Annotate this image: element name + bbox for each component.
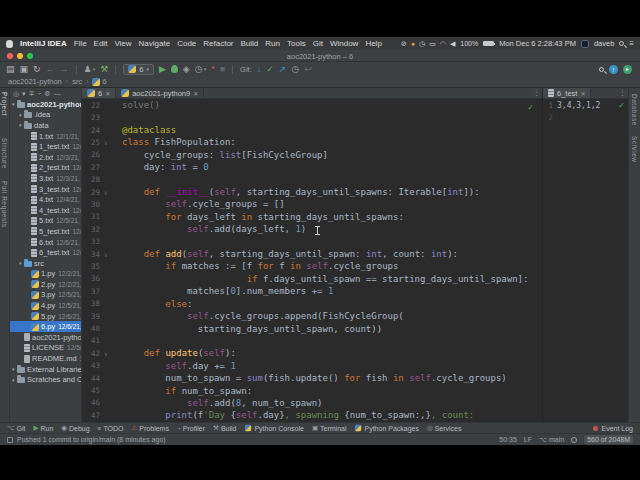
- menu-intellij-idea[interactable]: IntelliJ IDEA: [20, 39, 67, 48]
- git-push-icon[interactable]: ↗: [279, 64, 287, 74]
- menu-help[interactable]: Help: [365, 39, 381, 48]
- tool-window-button-git[interactable]: ⌥Git: [7, 424, 25, 432]
- tab-6-test[interactable]: 6_test✕: [543, 88, 591, 98]
- volume-icon[interactable]: ◀: [450, 40, 455, 48]
- forward-icon[interactable]: →: [60, 64, 69, 74]
- menu-refactor[interactable]: Refactor: [203, 39, 233, 48]
- git-rollback-icon[interactable]: ↩: [304, 64, 312, 74]
- status-dot-icon[interactable]: ●: [411, 40, 415, 47]
- control-center-icon[interactable]: ≡: [629, 40, 634, 48]
- run-icon[interactable]: ▶: [159, 64, 166, 74]
- inspection-ok-icon[interactable]: ✓: [527, 103, 534, 112]
- line-separator[interactable]: LF: [524, 436, 532, 443]
- tool-window-button-sciview[interactable]: SciView: [631, 136, 638, 163]
- tree-item-1-py[interactable]: 1.py12/2/21, 11:06 AM: [10, 269, 81, 280]
- stop-icon[interactable]: ■: [220, 64, 225, 74]
- user-profile-icon[interactable]: ♟▾: [84, 64, 96, 74]
- save-all-icon[interactable]: ▣: [20, 64, 29, 74]
- tool-window-button-terminal[interactable]: ▣Terminal: [312, 424, 347, 432]
- do-not-disturb-icon[interactable]: ⊘: [401, 40, 407, 48]
- background-tasks-icon[interactable]: [7, 437, 13, 443]
- tree-item-1-test-txt[interactable]: 1_test.txt12/1/21, 11:1: [10, 141, 81, 152]
- tree-item-scratches-and-consoles[interactable]: ▾Scratches and Consoles: [10, 374, 81, 385]
- tool-window-button-todo[interactable]: ≡TODO: [98, 425, 124, 432]
- tree-item-6-py[interactable]: 6.py12/6/21, 2:21 PM: [10, 321, 81, 332]
- hide-panel-icon[interactable]: —: [54, 90, 61, 97]
- menu-edit[interactable]: Edit: [94, 39, 108, 48]
- tool-window-button-run[interactable]: ▶Run: [33, 424, 53, 432]
- back-icon[interactable]: ←: [46, 64, 55, 74]
- tree-item-src[interactable]: ▾src: [10, 258, 81, 269]
- tree-item-aoc2021-python-iml[interactable]: aoc2021-python.iml12: [10, 332, 81, 343]
- split-editor-options-icon[interactable]: ⋮: [619, 89, 626, 97]
- menu-view[interactable]: View: [114, 39, 131, 48]
- git-commit-icon[interactable]: ✓: [266, 64, 274, 74]
- view-options-icon[interactable]: ▾: [22, 90, 26, 98]
- expand-all-icon[interactable]: ∓: [29, 90, 35, 98]
- tree-item-license[interactable]: LICENSE12/5/21, 10:01 A: [10, 343, 81, 354]
- collapse-all-icon[interactable]: ÷: [38, 90, 42, 97]
- tree-item-3-py[interactable]: 3.py12/5/21, 3:20 PM: [10, 290, 81, 301]
- code-editor[interactable]: 22solve()2324@dataclass25∨class FishPopu…: [82, 99, 542, 422]
- ide-update-icon[interactable]: ↑: [609, 65, 618, 74]
- tree-item-1-txt[interactable]: 1.txt12/1/21, 11:07 AM: [10, 131, 81, 142]
- tree-item-6-txt[interactable]: 6.txt12/6/21, 11:10 AM: [10, 237, 81, 248]
- menu-navigate[interactable]: Navigate: [139, 39, 171, 48]
- event-log-button[interactable]: Event Log: [593, 425, 633, 432]
- debug-icon[interactable]: [171, 65, 178, 73]
- tree-item-4-test-txt[interactable]: 4_test.txt12/4/21, 4:2: [10, 205, 81, 216]
- display-menu-icon[interactable]: ▭: [429, 40, 436, 48]
- editor-options-icon[interactable]: ⋮: [533, 89, 540, 97]
- tree-item-5-txt[interactable]: 5.txt12/5/21, 3:49 PM: [10, 216, 81, 227]
- notifications-icon[interactable]: [571, 437, 577, 443]
- open-project-icon[interactable]: ▤: [6, 64, 15, 74]
- menu-window[interactable]: Window: [330, 39, 358, 48]
- close-tab-icon[interactable]: ✕: [193, 90, 198, 97]
- tree-item-external-libraries[interactable]: ▾External Libraries: [10, 364, 81, 375]
- tree-item-3-txt[interactable]: 3.txt12/3/21, 2:53 PM: [10, 173, 81, 184]
- settings-icon[interactable]: ⚙: [44, 90, 50, 98]
- caret-position[interactable]: 50:35: [499, 436, 517, 443]
- tab-6[interactable]: 6✕: [82, 88, 116, 98]
- tool-window-button-problems[interactable]: ⚠Problems: [132, 424, 169, 432]
- wifi-icon[interactable]: ◠: [440, 40, 446, 48]
- menu-file[interactable]: File: [74, 39, 87, 48]
- tool-window-button-project[interactable]: Project: [1, 92, 8, 116]
- clock-menu-icon[interactable]: ◷: [419, 40, 425, 48]
- tool-window-button-python-console[interactable]: Python Console: [244, 424, 303, 432]
- editor-pane-split[interactable]: 6_test✕ ⋮ 13,4,3,1,22 ✓: [542, 88, 628, 422]
- tree-item-2-py[interactable]: 2.py12/2/21, 12:21 PM: [10, 279, 81, 290]
- tree-item-2-txt[interactable]: 2.txt12/3/21, 11:13 AM: [10, 152, 81, 163]
- run-configuration-select[interactable]: 6▾: [123, 64, 154, 75]
- spotlight-icon[interactable]: [619, 41, 624, 46]
- menu-tools[interactable]: Tools: [287, 39, 306, 48]
- run-with-coverage-icon[interactable]: *: [211, 64, 215, 74]
- tree-item-2-test-txt[interactable]: 2_test.txt12/3/21, 11:: [10, 163, 81, 174]
- menubar-app-icon[interactable]: [581, 40, 589, 48]
- close-tab-icon[interactable]: ✕: [580, 90, 585, 97]
- tool-window-button-services[interactable]: ◎Services: [427, 424, 462, 432]
- tree-item-5-py[interactable]: 5.py12/6/21, 11:53 AM: [10, 311, 81, 322]
- menu-bar-user[interactable]: daveb: [594, 39, 614, 48]
- tool-window-button-profiler[interactable]: ◔Profiler: [177, 425, 205, 432]
- tree-item-data[interactable]: ▾data: [10, 120, 81, 131]
- tree-item-idea[interactable]: ▾.idea: [10, 110, 81, 121]
- tool-window-button-database[interactable]: Database: [631, 94, 638, 126]
- memory-indicator[interactable]: 560 of 2048M: [584, 435, 633, 444]
- git-update-icon[interactable]: ↓: [257, 64, 262, 74]
- split-inspection-ok-icon[interactable]: ✓: [618, 101, 625, 110]
- tree-item-3-test-txt[interactable]: 3_test.txt12/3/21, 2:5: [10, 184, 81, 195]
- sync-icon[interactable]: ↻: [33, 64, 41, 74]
- search-everywhere-icon[interactable]: [599, 67, 604, 72]
- tree-item-6-test-txt[interactable]: 6_test.txt12/6/21, 11:: [10, 247, 81, 258]
- menu-bar-clock[interactable]: Mon Dec 6 2:28:43 PM: [499, 39, 576, 48]
- tool-window-button-python-packages[interactable]: Python Packages: [354, 424, 418, 432]
- menu-run[interactable]: Run: [265, 39, 280, 48]
- breadcrumb-aoc2021-python[interactable]: aoc2021-python: [8, 77, 62, 86]
- profiler-icon[interactable]: ◷▾: [195, 64, 206, 74]
- editor-pane-main[interactable]: 6✕aoc2021-python9✕ ⋮ 22solve()2324@datac…: [82, 88, 542, 422]
- git-history-icon[interactable]: ◷: [291, 64, 299, 74]
- status-message[interactable]: Pushed 1 commit to origin/main (8 minute…: [17, 436, 166, 443]
- tree-item-readme-md[interactable]: README.md12/5/21, 10:: [10, 353, 81, 364]
- close-tab-icon[interactable]: ✕: [105, 90, 110, 97]
